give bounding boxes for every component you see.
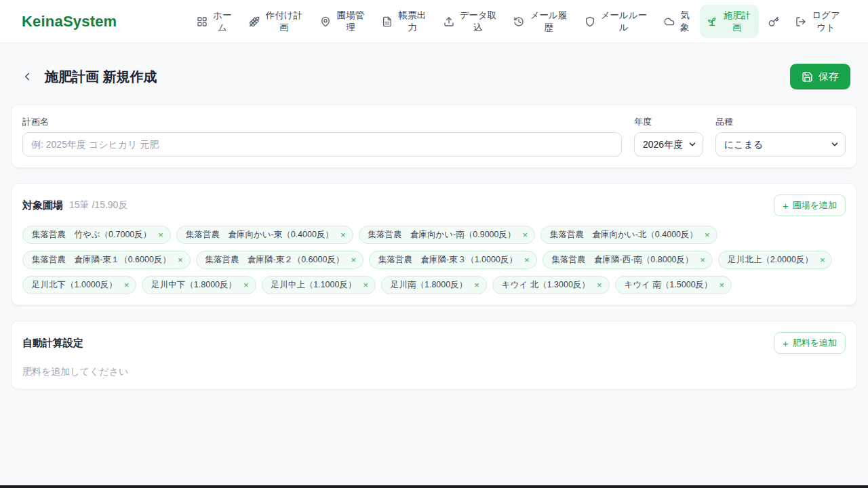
upload-icon (443, 16, 454, 27)
year-label: 年度 (634, 116, 703, 128)
field-tag-label: 足川北下（1.0000反） (32, 279, 117, 291)
plus-icon: + (783, 201, 789, 211)
field-tag-label: 足川中下（1.8000反） (151, 279, 237, 291)
nav-label: ホーム (212, 9, 233, 33)
remove-field-icon[interactable]: × (243, 281, 249, 289)
remove-field-icon[interactable]: × (178, 256, 183, 264)
field-tag: 足川北下（1.0000反）× (22, 276, 136, 294)
field-tag: 集落営農 倉庫隣-東１（0.6000反）× (22, 251, 191, 269)
nav-label: 作付け計画 (264, 9, 304, 33)
main-nav: ホーム 作付け計画 圃場管理 帳票出力 データ取込 メール履歴 メールルール (190, 5, 848, 38)
history-icon (513, 16, 524, 27)
field-tag: キウイ 北（1.3000反）× (492, 276, 610, 294)
wheat-icon (249, 16, 260, 27)
target-fields-card: 対象圃場 15筆 /15.90反 + 圃場を追加 集落営農 竹やぶ（0.7000… (11, 183, 857, 306)
nav-item-home[interactable]: ホーム (190, 5, 239, 38)
remove-field-icon[interactable]: × (719, 281, 725, 289)
chevron-left-icon (21, 70, 33, 83)
field-tag: 集落営農 竹やぶ（0.7000反）× (22, 226, 171, 244)
plan-info-card: 計画名 年度 2026年度 品種 にこまる (11, 104, 857, 168)
variety-label: 品種 (715, 116, 846, 128)
save-icon (802, 71, 813, 83)
nav-item-mail-rules[interactable]: メールルール (578, 5, 654, 38)
add-field-button-label: 圃場を追加 (793, 199, 837, 211)
field-tag: 集落営農 倉庫向かい-南（0.9000反）× (359, 226, 536, 244)
shield-icon (585, 16, 595, 27)
nav-item-field-management[interactable]: 圃場管理 (313, 5, 372, 38)
document-icon (382, 16, 393, 27)
nav-item-logout[interactable]: ログアウト (789, 5, 848, 38)
add-fertilizer-button-label: 肥料を追加 (793, 337, 837, 349)
field-tag-label: 集落営農 倉庫向かい-北（0.4000反） (550, 229, 698, 241)
map-pin-icon (320, 16, 331, 27)
field-tag-list: 集落営農 竹やぶ（0.7000反）× 集落営農 倉庫向かい-東（0.4000反）… (22, 226, 846, 294)
nav-item-api-key[interactable] (762, 12, 786, 32)
target-fields-title: 対象圃場 (22, 199, 63, 212)
plus-icon: + (783, 338, 789, 348)
variety-group: 品種 にこまる (715, 116, 846, 157)
remove-field-icon[interactable]: × (820, 256, 825, 264)
nav-item-mail-history[interactable]: メール履歴 (507, 5, 575, 38)
year-group: 年度 2026年度 (634, 116, 703, 157)
add-fertilizer-button[interactable]: + 肥料を追加 (774, 332, 846, 354)
plan-name-label: 計画名 (22, 116, 622, 128)
auto-calc-title: 自動計算設定 (22, 337, 83, 350)
nav-item-planting-plan[interactable]: 作付け計画 (242, 5, 311, 38)
nav-label: 帳票出力 (397, 9, 427, 33)
field-tag-label: 集落営農 倉庫向かい-南（0.9000反） (368, 229, 516, 241)
field-tag-label: 集落営農 倉庫隣-東２（0.6000反） (205, 254, 344, 266)
field-tag-label: 集落営農 倉庫向かい-東（0.4000反） (186, 229, 334, 241)
app-logo[interactable]: KeinaSystem (22, 13, 117, 30)
nav-item-fertilization-plan[interactable]: 施肥計画 (700, 5, 759, 38)
year-select[interactable]: 2026年度 (634, 132, 703, 157)
nav-item-report-output[interactable]: 帳票出力 (375, 5, 434, 38)
remove-field-icon[interactable]: × (124, 281, 130, 289)
remove-field-icon[interactable]: × (363, 281, 368, 289)
nav-label: データ取込 (459, 9, 497, 33)
remove-field-icon[interactable]: × (522, 230, 528, 239)
variety-select[interactable]: にこまる (715, 132, 846, 157)
remove-field-icon[interactable]: × (705, 230, 710, 239)
remove-field-icon[interactable]: × (351, 256, 356, 264)
fertilizer-empty-message: 肥料を追加してください (22, 366, 846, 378)
page-header: 施肥計画 新規作成 保存 (11, 64, 857, 89)
field-tag-label: キウイ 南（1.5000反） (625, 279, 713, 291)
target-fields-summary: 15筆 /15.90反 (69, 199, 127, 211)
field-tag: 足川中下（1.8000反）× (142, 276, 256, 294)
nav-item-weather[interactable]: 気象 (657, 5, 697, 38)
remove-field-icon[interactable]: × (474, 281, 479, 289)
nav-item-data-import[interactable]: データ取込 (437, 5, 504, 38)
remove-field-icon[interactable]: × (524, 256, 530, 264)
field-tag-label: 足川北上（2.0000反） (728, 254, 813, 266)
remove-field-icon[interactable]: × (701, 256, 706, 264)
remove-field-icon[interactable]: × (597, 281, 602, 289)
field-tag-label: キウイ 北（1.3000反） (502, 279, 590, 291)
plan-name-group: 計画名 (22, 116, 622, 157)
logout-icon (795, 16, 806, 27)
screen-bottom-edge (0, 485, 868, 488)
cloud-icon (664, 16, 675, 27)
field-tag-label: 足川中上（1.1000反） (271, 279, 357, 291)
field-tag-label: 集落営農 竹やぶ（0.7000反） (32, 229, 151, 241)
field-tag-label: 集落営農 倉庫隣-東１（0.6000反） (32, 254, 171, 266)
field-tag-label: 集落営農 倉庫隣-西-南（0.8000反） (552, 254, 694, 266)
nav-label: 気象 (679, 9, 690, 33)
field-tag: 足川北上（2.0000反）× (718, 251, 832, 269)
add-field-button[interactable]: + 圃場を追加 (774, 195, 846, 216)
field-tag-label: 足川南（1.8000反） (391, 279, 467, 291)
nav-label: ログアウト (811, 9, 841, 33)
back-button[interactable] (18, 67, 37, 86)
main-content: 施肥計画 新規作成 保存 計画名 年度 2026年度 品種 (0, 64, 868, 390)
field-tag-label: 集落営農 倉庫隣-東３（1.0000反） (378, 254, 517, 266)
save-button[interactable]: 保存 (790, 64, 850, 89)
field-tag: 集落営農 倉庫隣-東３（1.0000反）× (369, 251, 537, 269)
field-tag: 足川中上（1.1000反）× (262, 276, 376, 294)
grid-icon (197, 16, 208, 27)
key-icon (768, 16, 779, 27)
remove-field-icon[interactable]: × (158, 230, 163, 239)
nav-label: 施肥計画 (722, 9, 752, 33)
page-title: 施肥計画 新規作成 (45, 68, 157, 86)
plan-name-input[interactable] (22, 132, 622, 157)
sprout-icon (707, 16, 717, 27)
remove-field-icon[interactable]: × (340, 230, 346, 239)
